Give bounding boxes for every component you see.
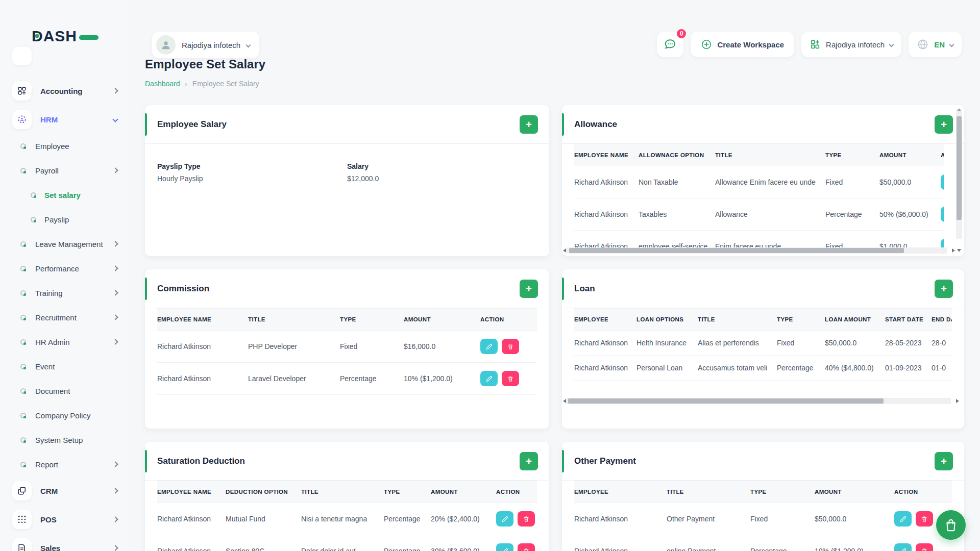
delete-button[interactable] — [518, 511, 535, 527]
language-selector[interactable]: EN — [909, 32, 962, 57]
add-deduction-button[interactable]: + — [520, 452, 538, 470]
column-header: TYPE — [825, 144, 879, 166]
table-cell: Percentage — [750, 535, 815, 551]
sidebar-item-employee[interactable]: Employee — [0, 134, 129, 158]
edit-button[interactable] — [480, 371, 498, 386]
sidebar-item-training[interactable]: Training — [0, 281, 129, 305]
chevron-right-icon — [112, 167, 118, 173]
sidebar-item-hrm[interactable]: HRM — [0, 105, 129, 134]
action-cell — [496, 503, 537, 535]
sidebar-item-event[interactable]: Event — [0, 354, 129, 379]
add-salary-button[interactable]: + — [520, 115, 538, 134]
scroll-down-arrow[interactable] — [957, 249, 961, 252]
topbar-actions: 0 Create Workspace Rajodiya infotech EN — [657, 32, 962, 57]
sidebar-item-performance[interactable]: Performance — [0, 256, 129, 281]
pencil-icon — [485, 375, 493, 383]
add-allowance-button[interactable]: + — [935, 115, 953, 134]
sidebar-item-payroll[interactable]: Payroll — [0, 158, 129, 183]
company-selector[interactable]: Rajodiya infotech — [801, 32, 901, 57]
sidebar-item-accounting[interactable]: Accounting — [0, 77, 129, 105]
column-header: EMPLOYEE NAME — [157, 481, 226, 503]
chevron-right-icon — [112, 88, 118, 93]
hrm-icon — [12, 110, 32, 129]
edit-button[interactable] — [496, 543, 513, 551]
plus-circle-icon — [701, 39, 712, 50]
sidebar-item-hr-admin[interactable]: HR Admin — [0, 330, 129, 354]
table-header-row: EMPLOYEE NAMEDEDUCTION OPTIONTITLETYPEAM… — [157, 481, 537, 503]
column-header: AMOUNT — [404, 309, 480, 331]
field-value: $12,000.0 — [347, 174, 537, 183]
scroll-right-arrow[interactable] — [956, 399, 959, 403]
column-header: TITLE — [667, 481, 750, 503]
bullet-icon — [20, 413, 26, 418]
horizontal-scrollbar-thumb[interactable] — [568, 398, 884, 404]
vertical-scrollbar-thumb[interactable] — [957, 116, 962, 220]
table-cell: $50,000.0 — [825, 331, 885, 356]
add-loan-button[interactable]: + — [935, 280, 953, 298]
table-cell: Alias et perferendis — [698, 331, 777, 356]
breadcrumb-dashboard-link[interactable]: Dashboard — [145, 80, 180, 88]
workspace-grid-icon — [810, 39, 821, 50]
table-cell: Percentage — [340, 363, 404, 395]
sidebar-item-sales[interactable]: Sales — [0, 534, 129, 551]
bullet-icon — [20, 315, 26, 320]
scroll-left-arrow[interactable] — [563, 399, 566, 403]
table-header-row: EMPLOYEELOAN OPTIONSTITLETYPELOAN AMOUNT… — [574, 309, 952, 331]
sidebar-item-label: HR Admin — [35, 338, 113, 346]
delete-button[interactable] — [916, 543, 933, 551]
scroll-right-arrow[interactable] — [952, 248, 955, 253]
chevron-right-icon — [112, 241, 118, 246]
table-cell: Non Taxable — [639, 166, 715, 198]
table-cell: PHP Developer — [248, 331, 340, 363]
edit-button[interactable] — [480, 339, 498, 354]
delete-button[interactable] — [518, 543, 535, 551]
pos-icon — [12, 510, 32, 529]
sidebar-item-pos[interactable]: POS — [0, 505, 129, 534]
chevron-right-icon — [112, 339, 118, 344]
bullet-icon — [31, 192, 36, 198]
table-cell: Richard Atkinson — [157, 331, 248, 363]
edit-button[interactable] — [496, 511, 513, 527]
delete-button[interactable] — [502, 339, 519, 354]
add-commission-button[interactable]: + — [520, 280, 538, 298]
column-header: TITLE — [715, 144, 825, 166]
table-cell: Richard Atkinson — [574, 535, 667, 551]
edit-button[interactable] — [894, 511, 912, 527]
sidebar-item-document[interactable]: Document — [0, 379, 129, 403]
horizontal-scrollbar-thumb[interactable] — [569, 248, 904, 253]
scroll-left-arrow[interactable] — [563, 248, 566, 253]
trash-icon — [523, 547, 530, 551]
delete-button[interactable] — [502, 371, 519, 386]
sidebar-item-crm[interactable]: CRM — [0, 477, 129, 505]
sidebar-item-set-salary[interactable]: Set salary — [0, 183, 129, 207]
add-other-payment-button[interactable]: + — [935, 452, 953, 470]
column-header: TITLE — [301, 481, 384, 503]
messages-button[interactable]: 0 — [657, 32, 683, 57]
table-cell: 10% ($1,200.0) — [815, 535, 894, 551]
edit-button[interactable] — [894, 543, 912, 551]
column-header: START DATE — [885, 309, 932, 331]
bullet-icon — [20, 266, 26, 271]
sidebar-item-company-policy[interactable]: Company Policy — [0, 403, 129, 428]
column-header: TITLE — [248, 309, 340, 331]
edit-button[interactable] — [941, 207, 944, 222]
workspace-selector[interactable]: Rajodiya infotech — [152, 32, 259, 58]
table-row: Richard AtkinsonNon TaxableAllowance Eni… — [574, 166, 944, 198]
sidebar-item-payslip[interactable]: Payslip — [0, 207, 129, 232]
sidebar-item-recruitment[interactable]: Recruitment — [0, 305, 129, 330]
table-cell: Richard Atkinson — [574, 166, 639, 198]
table-cell: Fixed — [340, 331, 404, 363]
sidebar-item-leave-management[interactable]: Leave Management — [0, 232, 129, 256]
sidebar-item-system-setup[interactable]: System Setup — [0, 428, 129, 452]
app-logo[interactable]: DASH — [32, 28, 99, 45]
edit-button[interactable] — [941, 174, 944, 190]
user-icon — [160, 39, 172, 51]
bullet-icon — [20, 364, 26, 369]
create-workspace-button[interactable]: Create Workspace — [691, 32, 794, 57]
scroll-up-arrow[interactable] — [957, 108, 961, 111]
sidebar-item-report[interactable]: Report — [0, 452, 129, 477]
logo-dot — [35, 34, 39, 38]
delete-button[interactable] — [916, 511, 933, 527]
sidebar-item-label: Company Policy — [35, 411, 117, 420]
cart-floating-button[interactable] — [936, 510, 966, 540]
